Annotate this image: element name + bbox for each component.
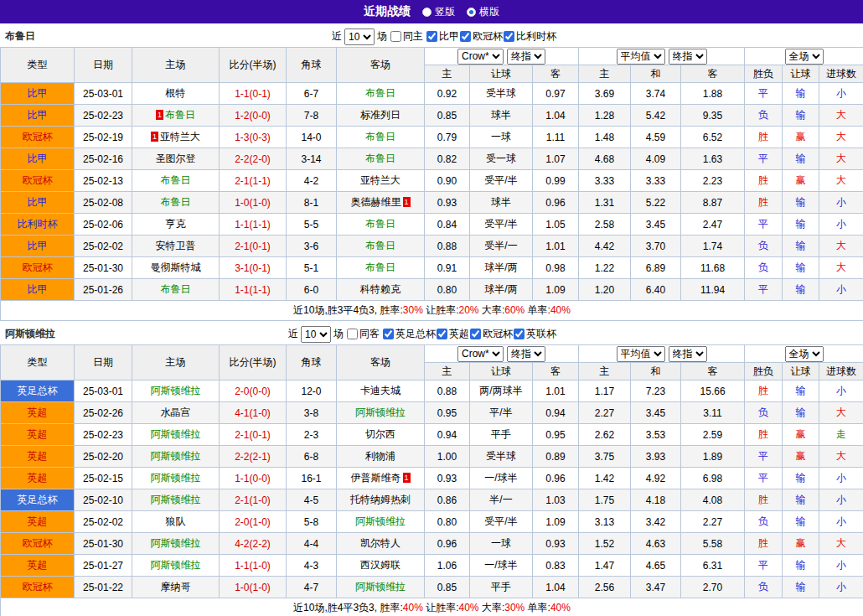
- red-card-badge: 1: [151, 132, 158, 142]
- recent-count-select[interactable]: 10: [344, 28, 375, 45]
- league-checkbox-input[interactable]: [437, 329, 447, 339]
- home-team-name[interactable]: 布鲁日: [161, 283, 191, 295]
- avg-odds-away: 9.35: [681, 105, 745, 127]
- away-team-name[interactable]: 阿斯顿维拉: [355, 406, 406, 418]
- corner-score: 6-0: [287, 279, 337, 301]
- same-venue-checkbox[interactable]: [347, 329, 358, 339]
- away-team-name[interactable]: 伊普斯维奇: [351, 472, 401, 484]
- handicap-line: 受平/半: [470, 170, 533, 192]
- avg-odds-draw: 3.53: [631, 424, 681, 446]
- league-type-cell: 英超: [1, 555, 75, 577]
- match-date: 25-02-23: [75, 105, 132, 127]
- away-team-name[interactable]: 布鲁日: [365, 240, 395, 251]
- away-team-name[interactable]: 西汉姆联: [360, 559, 400, 571]
- league-checkbox-input[interactable]: [383, 329, 394, 339]
- home-team-name[interactable]: 摩纳哥: [161, 581, 191, 593]
- match-date: 25-02-23: [75, 424, 132, 446]
- away-team-name[interactable]: 布鲁日: [365, 218, 395, 230]
- handicap-odds-away: 1.09: [533, 279, 579, 301]
- league-checkbox-input[interactable]: [426, 31, 437, 42]
- summary-segment: 近10场,胜4平3负3, 胜率:: [293, 602, 403, 613]
- handicap-line: 球半/两: [470, 257, 533, 279]
- league-filter-checkbox[interactable]: 欧冠杯: [469, 327, 513, 341]
- home-team-name[interactable]: 曼彻斯特城: [151, 261, 201, 273]
- away-team-name[interactable]: 切尔西: [365, 428, 395, 440]
- league-checkbox-input[interactable]: [470, 329, 481, 339]
- header-row-groups: 类型 日期 主场 比分(半场) 角球 客场 Crow*终指 平均值终指 全场: [1, 345, 863, 363]
- average-odds-group: 平均值终指: [579, 48, 745, 65]
- away-team-name[interactable]: 标准列日: [360, 109, 400, 121]
- avg-odds-away: 8.87: [681, 192, 745, 214]
- away-team-name[interactable]: 托特纳姆热刺: [350, 494, 411, 505]
- away-team-name[interactable]: 阿斯顿维拉: [355, 515, 406, 527]
- sub-result: 胜负: [745, 363, 783, 380]
- home-team-name[interactable]: 阿斯顿维拉: [151, 472, 201, 484]
- away-team-name[interactable]: 布鲁日: [365, 87, 395, 99]
- league-filter-checkbox[interactable]: 比利时杯: [503, 29, 556, 44]
- home-team-name[interactable]: 圣图尔登: [156, 153, 196, 164]
- away-team-name[interactable]: 布鲁日: [365, 261, 395, 273]
- home-team-name[interactable]: 布鲁日: [161, 196, 191, 208]
- league-type-cell: 欧冠杯: [1, 577, 75, 598]
- away-team-name[interactable]: 利物浦: [365, 450, 395, 462]
- away-team-name[interactable]: 布鲁日: [365, 131, 395, 142]
- scope-select[interactable]: 全场: [785, 49, 824, 65]
- away-team-name[interactable]: 科特赖克: [360, 283, 400, 295]
- home-team-name[interactable]: 阿斯顿维拉: [151, 450, 201, 462]
- avg-odds-away: 6.31: [681, 555, 745, 577]
- handicap-result: 输: [783, 555, 819, 577]
- away-team-name[interactable]: 布鲁日: [365, 153, 395, 164]
- league-filter-checkbox[interactable]: 英足总杯: [382, 327, 436, 341]
- league-type-cell: 英足总杯: [1, 380, 75, 402]
- red-card-badge: 1: [403, 197, 411, 207]
- away-team-name[interactable]: 卡迪夫城: [360, 385, 400, 396]
- same-venue-checkbox[interactable]: [390, 31, 401, 42]
- handicap-odds-home: 0.93: [425, 468, 470, 489]
- league-filter-checkbox[interactable]: 英联杯: [513, 327, 556, 341]
- league-checkbox-input[interactable]: [460, 31, 471, 42]
- match-score: 1-3(0-3): [220, 127, 287, 148]
- same-venue-filter[interactable]: 同客: [346, 327, 380, 341]
- handicap-result: 输: [783, 257, 819, 279]
- home-team-name[interactable]: 根特: [166, 87, 186, 99]
- home-team-name[interactable]: 阿斯顿维拉: [151, 494, 201, 505]
- home-team-name[interactable]: 阿斯顿维拉: [151, 428, 201, 440]
- league-checkbox-input[interactable]: [504, 31, 514, 42]
- league-filter-checkbox[interactable]: 英超: [436, 327, 469, 341]
- same-venue-filter[interactable]: 同主: [390, 29, 423, 44]
- layout-horizontal-radio[interactable]: 横版: [467, 5, 499, 19]
- league-checkbox-input[interactable]: [514, 329, 525, 339]
- average-stage-select[interactable]: 终指: [669, 346, 707, 362]
- sub-away-odds: 客: [533, 363, 579, 380]
- bookmaker-select[interactable]: Crow*: [457, 346, 504, 362]
- home-team-name[interactable]: 阿斯顿维拉: [151, 537, 201, 549]
- home-team-name[interactable]: 亚特兰大: [160, 131, 200, 142]
- home-team-name[interactable]: 布鲁日: [165, 109, 195, 121]
- layout-vertical-radio[interactable]: 竖版: [422, 5, 455, 19]
- home-team-name[interactable]: 水晶宫: [161, 406, 191, 418]
- bookmaker-select[interactable]: Crow*: [457, 49, 504, 65]
- handicap-odds-away: 0.96: [533, 192, 579, 214]
- scope-select[interactable]: 全场: [785, 346, 824, 362]
- away-team-name[interactable]: 奥德赫维里: [351, 196, 401, 208]
- match-row: 比甲25-02-02安特卫普2-1(0-1)3-6布鲁日0.88受半/一1.01…: [1, 236, 863, 257]
- average-select[interactable]: 平均值: [617, 346, 665, 362]
- handicap-stage-select[interactable]: 终指: [507, 49, 545, 65]
- home-team-name[interactable]: 阿斯顿维拉: [151, 559, 201, 571]
- home-team-name[interactable]: 亨克: [166, 218, 186, 230]
- away-team-name[interactable]: 阿斯顿维拉: [355, 581, 406, 593]
- home-team-name[interactable]: 安特卫普: [156, 240, 196, 251]
- average-select[interactable]: 平均值: [617, 49, 665, 65]
- handicap-stage-select[interactable]: 终指: [507, 346, 545, 362]
- home-team-name[interactable]: 布鲁日: [161, 174, 191, 186]
- away-team-name[interactable]: 亚特兰大: [360, 174, 400, 186]
- away-team-name[interactable]: 凯尔特人: [360, 537, 400, 549]
- average-stage-select[interactable]: 终指: [669, 49, 707, 65]
- league-filter-checkbox[interactable]: 欧冠杯: [459, 29, 503, 44]
- league-type-cell: 英超: [1, 446, 75, 468]
- home-team-name[interactable]: 阿斯顿维拉: [151, 385, 201, 396]
- avg-odds-draw: 3.33: [631, 170, 681, 192]
- recent-count-select[interactable]: 10: [301, 326, 331, 343]
- home-team-name[interactable]: 狼队: [166, 515, 186, 527]
- league-filter-checkbox[interactable]: 比甲: [426, 29, 459, 44]
